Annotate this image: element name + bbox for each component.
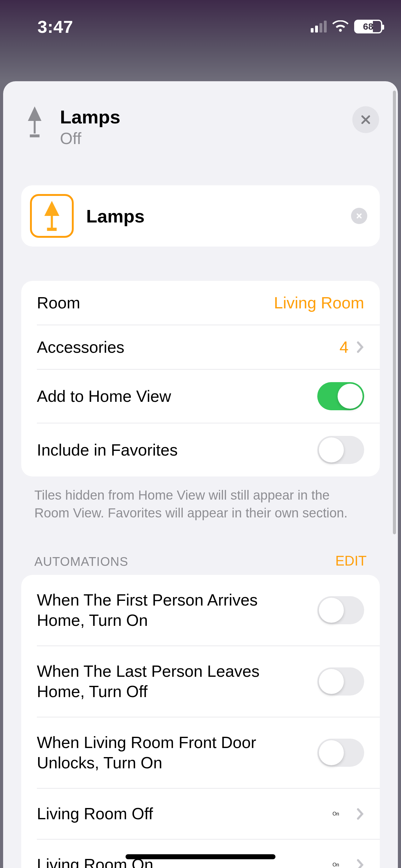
automation-toggle[interactable] [317,668,364,695]
automation-label: Living Room Off [37,804,323,824]
automations-edit-button[interactable]: EDIT [335,553,367,569]
automation-row[interactable]: Living Room OffOn [37,788,380,839]
settings-card: Room Living Room Accessories 4 Add to Ho… [21,281,380,476]
chevron-right-icon [356,341,364,353]
automation-label: When The First Person Arrives Home, Turn… [37,590,308,630]
favorites-row: Include in Favorites [37,423,380,476]
clear-name-button[interactable] [351,208,367,224]
scroll-indicator[interactable] [393,91,396,534]
lamp-icon [25,106,44,139]
automation-value: On [333,862,339,868]
automations-header: AUTOMATIONS EDIT [34,553,367,569]
homeview-label: Add to Home View [37,387,317,406]
automation-toggle[interactable] [317,596,364,624]
status-time: 3:47 [19,17,73,37]
automation-label: When The Last Person Leaves Home, Turn O… [37,661,308,702]
page-title: Lamps [60,106,337,128]
automations-title: AUTOMATIONS [34,555,128,569]
accessory-settings-sheet: Lamps Off Lamps Room Living Room [3,81,398,868]
name-card: Lamps [21,185,380,247]
lamp-icon [41,201,63,231]
accessory-name-input[interactable]: Lamps [86,206,338,226]
automation-row: When The First Person Arrives Home, Turn… [21,575,380,646]
favorites-toggle[interactable] [317,436,364,464]
automation-row: When The Last Person Leaves Home, Turn O… [37,646,380,717]
close-button[interactable] [352,106,379,133]
room-label: Room [37,293,274,312]
chevron-right-icon [356,808,364,820]
accessories-value: 4 [339,338,348,356]
automation-toggle[interactable] [317,739,364,767]
room-row[interactable]: Room Living Room [21,281,380,324]
home-indicator[interactable] [126,854,275,859]
close-icon [356,212,363,220]
settings-footnote: Tiles hidden from Home View will still a… [34,487,367,522]
automation-row[interactable]: Living Room OnOn [37,839,380,868]
close-icon [360,114,372,126]
favorites-label: Include in Favorites [37,440,317,459]
status-bar: 3:47 68 [0,0,401,41]
page-subtitle: Off [60,129,337,148]
accessories-label: Accessories [37,338,339,356]
homeview-toggle[interactable] [317,382,364,410]
automations-card: When The First Person Arrives Home, Turn… [21,575,380,868]
automation-label: When Living Room Front Door Unlocks, Tur… [37,733,308,773]
chevron-right-icon [356,859,364,868]
sheet-header: Lamps Off [3,81,398,185]
wifi-icon [332,20,348,33]
room-value: Living Room [274,293,364,312]
automation-row: When Living Room Front Door Unlocks, Tur… [37,717,380,788]
accessory-tile[interactable] [30,194,74,238]
automation-value: On [333,811,339,817]
accessories-row[interactable]: Accessories 4 [37,324,380,369]
battery-level: 68 [363,21,373,32]
cellular-icon [311,21,327,32]
status-icons: 68 [311,20,382,33]
battery-icon: 68 [354,20,382,33]
homeview-row: Add to Home View [37,369,380,423]
